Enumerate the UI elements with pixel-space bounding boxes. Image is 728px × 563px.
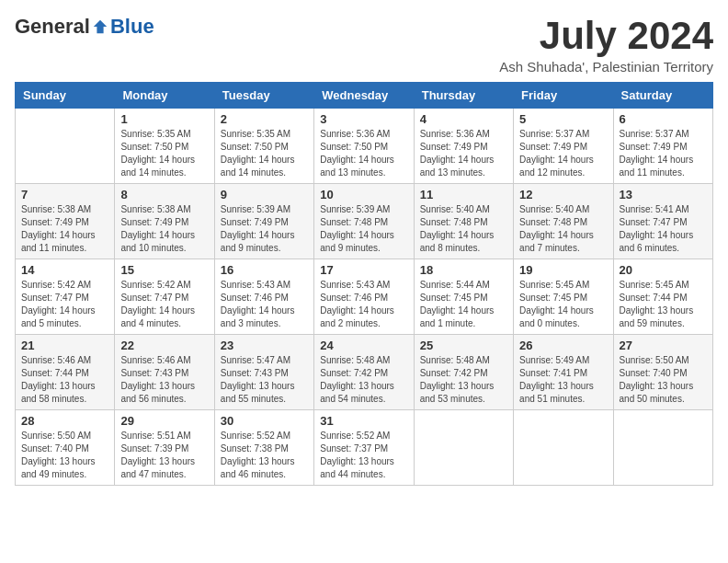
day-info: Sunrise: 5:48 AMSunset: 7:42 PMDaylight:…: [320, 354, 407, 406]
calendar-cell: 23 Sunrise: 5:47 AMSunset: 7:43 PMDaylig…: [214, 335, 313, 410]
calendar-cell: 1 Sunrise: 5:35 AMSunset: 7:50 PMDayligh…: [115, 109, 214, 184]
calendar-week-row: 14 Sunrise: 5:42 AMSunset: 7:47 PMDaylig…: [16, 259, 713, 335]
day-info: Sunrise: 5:37 AMSunset: 7:49 PMDaylight:…: [620, 128, 707, 179]
header-row: Sunday Monday Tuesday Wednesday Thursday…: [16, 83, 713, 109]
day-number: 5: [519, 112, 607, 126]
day-info: Sunrise: 5:52 AMSunset: 7:37 PMDaylight:…: [320, 430, 407, 481]
day-number: 2: [221, 112, 308, 126]
calendar-cell: 27 Sunrise: 5:50 AMSunset: 7:40 PMDaylig…: [613, 335, 712, 410]
day-info: Sunrise: 5:35 AMSunset: 7:50 PMDaylight:…: [221, 128, 308, 179]
day-info: Sunrise: 5:39 AMSunset: 7:49 PMDaylight:…: [221, 203, 308, 255]
day-info: Sunrise: 5:42 AMSunset: 7:47 PMDaylight:…: [120, 279, 208, 330]
day-number: 19: [519, 263, 607, 277]
day-info: Sunrise: 5:43 AMSunset: 7:46 PMDaylight:…: [320, 279, 407, 330]
day-number: 12: [519, 188, 607, 201]
day-info: Sunrise: 5:40 AMSunset: 7:48 PMDaylight:…: [420, 203, 507, 255]
calendar-cell: 5 Sunrise: 5:37 AMSunset: 7:49 PMDayligh…: [514, 109, 613, 184]
day-info: Sunrise: 5:50 AMSunset: 7:40 PMDaylight:…: [21, 430, 108, 481]
day-number: 8: [120, 188, 208, 201]
calendar-week-row: 21 Sunrise: 5:46 AMSunset: 7:44 PMDaylig…: [16, 335, 713, 410]
calendar-cell: 2 Sunrise: 5:35 AMSunset: 7:50 PMDayligh…: [214, 109, 313, 184]
day-info: Sunrise: 5:35 AMSunset: 7:50 PMDaylight:…: [120, 128, 208, 179]
day-number: 30: [221, 414, 308, 428]
day-number: 18: [420, 263, 507, 277]
day-info: Sunrise: 5:43 AMSunset: 7:46 PMDaylight:…: [221, 279, 308, 330]
day-info: Sunrise: 5:38 AMSunset: 7:49 PMDaylight:…: [21, 203, 108, 255]
day-info: Sunrise: 5:38 AMSunset: 7:49 PMDaylight:…: [120, 203, 208, 255]
day-number: 14: [21, 263, 108, 277]
day-number: 9: [221, 188, 308, 201]
calendar-cell: 10 Sunrise: 5:39 AMSunset: 7:48 PMDaylig…: [314, 184, 414, 259]
calendar-cell: 8 Sunrise: 5:38 AMSunset: 7:49 PMDayligh…: [115, 184, 214, 259]
day-info: Sunrise: 5:42 AMSunset: 7:47 PMDaylight:…: [21, 279, 108, 330]
day-number: 23: [221, 339, 308, 352]
calendar-cell: 25 Sunrise: 5:48 AMSunset: 7:42 PMDaylig…: [414, 335, 513, 410]
calendar-cell: 3 Sunrise: 5:36 AMSunset: 7:50 PMDayligh…: [314, 109, 414, 184]
day-number: 13: [620, 188, 707, 201]
day-info: Sunrise: 5:36 AMSunset: 7:49 PMDaylight:…: [420, 128, 507, 179]
location-text: Ash Shuhada', Palestinian Territory: [499, 59, 713, 75]
col-friday: Friday: [514, 83, 613, 109]
logo-icon: [92, 18, 108, 35]
col-saturday: Saturday: [613, 83, 712, 109]
calendar-cell: 4 Sunrise: 5:36 AMSunset: 7:49 PMDayligh…: [414, 109, 513, 184]
day-number: 6: [620, 112, 707, 126]
day-number: 1: [120, 112, 208, 126]
day-number: 21: [21, 339, 108, 352]
col-monday: Monday: [115, 83, 214, 109]
calendar-cell: 12 Sunrise: 5:40 AMSunset: 7:48 PMDaylig…: [514, 184, 613, 259]
day-info: Sunrise: 5:52 AMSunset: 7:38 PMDaylight:…: [221, 430, 308, 481]
page-header: General Blue July 2024 Ash Shuhada', Pal…: [15, 15, 713, 75]
calendar-cell: 22 Sunrise: 5:46 AMSunset: 7:43 PMDaylig…: [115, 335, 214, 410]
calendar-week-row: 7 Sunrise: 5:38 AMSunset: 7:49 PMDayligh…: [16, 184, 713, 259]
day-number: 20: [620, 263, 707, 277]
calendar-cell: 29 Sunrise: 5:51 AMSunset: 7:39 PMDaylig…: [115, 410, 214, 486]
day-info: Sunrise: 5:48 AMSunset: 7:42 PMDaylight:…: [420, 354, 507, 406]
day-number: 29: [120, 414, 208, 428]
day-number: 3: [320, 112, 407, 126]
calendar-week-row: 1 Sunrise: 5:35 AMSunset: 7:50 PMDayligh…: [16, 109, 713, 184]
day-info: Sunrise: 5:51 AMSunset: 7:39 PMDaylight:…: [120, 430, 208, 481]
calendar-cell: 21 Sunrise: 5:46 AMSunset: 7:44 PMDaylig…: [16, 335, 115, 410]
day-info: Sunrise: 5:50 AMSunset: 7:40 PMDaylight:…: [620, 354, 707, 406]
calendar-cell: 11 Sunrise: 5:40 AMSunset: 7:48 PMDaylig…: [414, 184, 513, 259]
calendar-table: Sunday Monday Tuesday Wednesday Thursday…: [15, 82, 713, 486]
calendar-cell: 20 Sunrise: 5:45 AMSunset: 7:44 PMDaylig…: [613, 259, 712, 335]
logo-general-text: General: [15, 15, 90, 39]
calendar-cell: 14 Sunrise: 5:42 AMSunset: 7:47 PMDaylig…: [16, 259, 115, 335]
day-number: 26: [519, 339, 607, 352]
day-number: 24: [320, 339, 407, 352]
day-number: 7: [21, 188, 108, 201]
calendar-cell: 13 Sunrise: 5:41 AMSunset: 7:47 PMDaylig…: [613, 184, 712, 259]
calendar-cell: 17 Sunrise: 5:43 AMSunset: 7:46 PMDaylig…: [314, 259, 414, 335]
day-info: Sunrise: 5:44 AMSunset: 7:45 PMDaylight:…: [420, 279, 507, 330]
day-info: Sunrise: 5:37 AMSunset: 7:49 PMDaylight:…: [519, 128, 607, 179]
calendar-cell: 31 Sunrise: 5:52 AMSunset: 7:37 PMDaylig…: [314, 410, 414, 486]
calendar-cell: 19 Sunrise: 5:45 AMSunset: 7:45 PMDaylig…: [514, 259, 613, 335]
svg-marker-0: [94, 20, 107, 33]
day-number: 31: [320, 414, 407, 428]
logo-blue-text: Blue: [110, 15, 154, 39]
day-number: 25: [420, 339, 507, 352]
day-info: Sunrise: 5:39 AMSunset: 7:48 PMDaylight:…: [320, 203, 407, 255]
calendar-cell: 28 Sunrise: 5:50 AMSunset: 7:40 PMDaylig…: [16, 410, 115, 486]
calendar-cell: 6 Sunrise: 5:37 AMSunset: 7:49 PMDayligh…: [613, 109, 712, 184]
calendar-cell: 9 Sunrise: 5:39 AMSunset: 7:49 PMDayligh…: [214, 184, 313, 259]
day-info: Sunrise: 5:49 AMSunset: 7:41 PMDaylight:…: [519, 354, 607, 406]
day-number: 17: [320, 263, 407, 277]
day-info: Sunrise: 5:41 AMSunset: 7:47 PMDaylight:…: [620, 203, 707, 255]
calendar-cell: 16 Sunrise: 5:43 AMSunset: 7:46 PMDaylig…: [214, 259, 313, 335]
day-info: Sunrise: 5:45 AMSunset: 7:44 PMDaylight:…: [620, 279, 707, 330]
calendar-cell: 30 Sunrise: 5:52 AMSunset: 7:38 PMDaylig…: [214, 410, 313, 486]
day-number: 28: [21, 414, 108, 428]
day-info: Sunrise: 5:36 AMSunset: 7:50 PMDaylight:…: [320, 128, 407, 179]
day-number: 10: [320, 188, 407, 201]
calendar-cell: 15 Sunrise: 5:42 AMSunset: 7:47 PMDaylig…: [115, 259, 214, 335]
calendar-cell: 24 Sunrise: 5:48 AMSunset: 7:42 PMDaylig…: [314, 335, 414, 410]
day-number: 27: [620, 339, 707, 352]
day-number: 4: [420, 112, 507, 126]
day-info: Sunrise: 5:40 AMSunset: 7:48 PMDaylight:…: [519, 203, 607, 255]
col-sunday: Sunday: [16, 83, 115, 109]
col-wednesday: Wednesday: [314, 83, 414, 109]
day-info: Sunrise: 5:46 AMSunset: 7:44 PMDaylight:…: [21, 354, 108, 406]
